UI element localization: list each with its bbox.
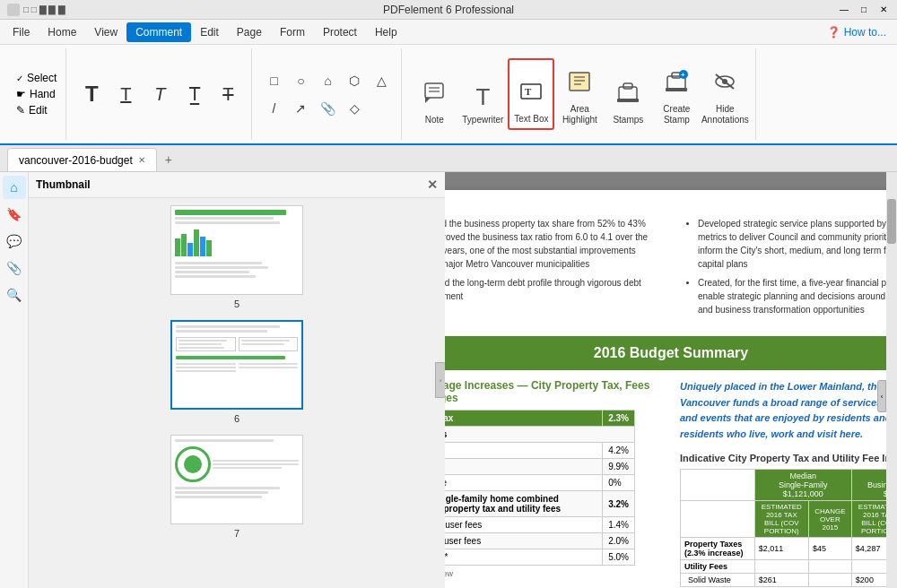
document-tab[interactable]: vancouver-2016-budget ✕	[7, 148, 157, 171]
hand-label: Hand	[30, 88, 56, 100]
content-area[interactable]: Reduced the business property tax share …	[445, 172, 897, 588]
title-bar-left: □ □ ▇ ▇ ▇	[7, 4, 65, 16]
page-6-label: 6	[234, 413, 239, 424]
text-tool-3[interactable]: T	[144, 76, 176, 112]
search-sidebar-icon[interactable]: 🔍	[3, 283, 26, 307]
tab-close-button[interactable]: ✕	[138, 155, 145, 165]
minimize-button[interactable]: —	[838, 4, 850, 16]
thumbnail-img-6	[170, 320, 303, 410]
note-icon	[422, 80, 447, 111]
prop-tax-v1: $2,011	[754, 538, 808, 560]
text-tool-4[interactable]: T̲	[178, 76, 210, 112]
sidebar-collapse-handle[interactable]: ›	[435, 362, 445, 398]
menu-page[interactable]: Page	[228, 22, 271, 42]
prop-tax-c1: $45	[808, 538, 851, 560]
stamps-button[interactable]: Stamps	[605, 58, 651, 130]
solid-waste-value: 0%	[603, 475, 635, 491]
sw-c1	[808, 574, 851, 587]
comment-tools-group: Note T Typewriter T Text Box	[404, 48, 756, 140]
permit-fees-label: Permit fees*	[445, 549, 603, 566]
thumbnail-page-5[interactable]: 5	[170, 205, 303, 309]
area-highlight-button[interactable]: AreaHighlight	[556, 58, 603, 130]
text-format-group: T T T T̲ T	[68, 48, 252, 140]
menu-protect[interactable]: Protect	[314, 22, 366, 42]
svg-text:T: T	[525, 86, 532, 97]
menu-home[interactable]: Home	[39, 22, 85, 42]
vertical-scrollbar[interactable]	[886, 172, 897, 588]
bullet-item: Stabilized the long-term debt profile th…	[445, 276, 662, 303]
attachment-sidebar-icon[interactable]: 📎	[3, 256, 26, 280]
circle-tool[interactable]: ○	[288, 68, 313, 93]
create-stamp-label: CreateStamp	[663, 104, 690, 125]
bullet-list-left: Reduced the business property tax share …	[445, 217, 662, 303]
table-header-pct: 2.3%	[603, 411, 635, 427]
tab-label: vancouver-2016-budget	[19, 154, 133, 167]
water-value: 4.2%	[603, 443, 635, 459]
bullet-item: Created, for the first time, a five-year…	[698, 276, 897, 316]
attach-tool[interactable]: 📎	[315, 96, 340, 121]
home-sidebar-icon[interactable]: ⌂	[3, 176, 26, 199]
menu-comment[interactable]: Comment	[126, 22, 191, 42]
menu-edit[interactable]: Edit	[191, 22, 228, 42]
hand-tool[interactable]: ☛ Hand	[14, 87, 58, 101]
right-collapse-handle[interactable]: ‹	[877, 380, 886, 412]
selection-tools-group: ✓ Select ☛ Hand ✎ Edit	[7, 48, 66, 140]
triangle-tool[interactable]: △	[369, 68, 394, 93]
page-7-label: 7	[234, 528, 239, 539]
close-button[interactable]: ✕	[877, 4, 890, 16]
menu-help[interactable]: Help	[366, 22, 406, 42]
svg-rect-15	[666, 88, 687, 91]
menu-view[interactable]: View	[85, 22, 126, 42]
maximize-button[interactable]: □	[858, 4, 870, 16]
text-box-button[interactable]: T Text Box	[508, 58, 554, 130]
scrollbar-thumb[interactable]	[887, 199, 896, 244]
line-tool[interactable]: /	[261, 96, 286, 121]
edit-tool[interactable]: ✎ Edit	[14, 103, 58, 117]
menu-form[interactable]: Form	[271, 22, 314, 42]
solid-waste-label: Solid Waste	[445, 475, 603, 491]
new-tab-button[interactable]: +	[157, 148, 180, 171]
svg-rect-0	[425, 83, 443, 98]
thumbnail-close-button[interactable]: ✕	[427, 177, 438, 192]
utility-fees-section: Utility Fees	[445, 427, 635, 443]
text-tool-2[interactable]: T	[109, 76, 142, 112]
tab-bar: vancouver-2016-budget ✕ +	[0, 145, 897, 172]
typewriter-button[interactable]: T Typewriter	[459, 58, 506, 130]
thumbnail-img-5	[170, 205, 303, 295]
prop-tax-row-label: Property Taxes(2.3% increase)	[681, 538, 755, 560]
change-header-1: CHANGEOVER2015	[808, 501, 851, 538]
hexagon-tool[interactable]: ⬡	[342, 68, 367, 93]
thumbnail-panel: Thumbnail ✕	[29, 172, 445, 588]
text-tool-5[interactable]: T	[212, 76, 244, 112]
comment-sidebar-icon[interactable]: 💬	[3, 229, 26, 253]
area-highlight-label: AreaHighlight	[562, 104, 597, 125]
bookmark-sidebar-icon[interactable]: 🔖	[3, 203, 26, 226]
recreation-value: 1.4%	[603, 517, 635, 533]
arrow-tool[interactable]: ↗	[288, 96, 313, 121]
median-combined-value: 3.2%	[603, 491, 635, 517]
diamond-tool[interactable]: ◇	[342, 96, 367, 121]
rect-tool[interactable]: □	[261, 68, 286, 93]
select-tool[interactable]: ✓ Select	[14, 71, 58, 85]
text-tool-1[interactable]: T	[75, 76, 108, 112]
note-button[interactable]: Note	[411, 58, 457, 130]
thumbnail-page-7[interactable]: 7	[170, 435, 303, 539]
draw-tools-group: □ ○ ⌂ ⬡ △ / ↗ 📎 ◇	[254, 48, 402, 140]
thumbnail-page-6[interactable]: 6	[170, 320, 303, 424]
util-c1	[808, 560, 851, 574]
toolbar: ✓ Select ☛ Hand ✎ Edit T T T T̲ T □ ○ ⌂ …	[0, 45, 897, 145]
pdf-page: Reduced the business property tax share …	[445, 190, 897, 588]
thumbnail-header: Thumbnail ✕	[29, 172, 445, 198]
cloud-tool[interactable]: ⌂	[315, 68, 340, 93]
help-icon: ❓	[827, 26, 840, 39]
menu-file[interactable]: File	[4, 22, 39, 42]
permit-fees-value: 5.0%	[603, 549, 635, 566]
hand-icon: ☛	[16, 88, 26, 100]
create-stamp-button[interactable]: + CreateStamp	[653, 58, 700, 130]
how-to-button[interactable]: ❓ How to...	[820, 22, 893, 42]
thumbnail-list: 5	[29, 198, 445, 588]
hide-annotations-button[interactable]: HideAnnotations	[701, 58, 748, 130]
solid-waste-row-label: Solid Waste	[681, 574, 755, 587]
note-label: Note	[425, 115, 444, 125]
svg-text:+: +	[681, 71, 685, 79]
